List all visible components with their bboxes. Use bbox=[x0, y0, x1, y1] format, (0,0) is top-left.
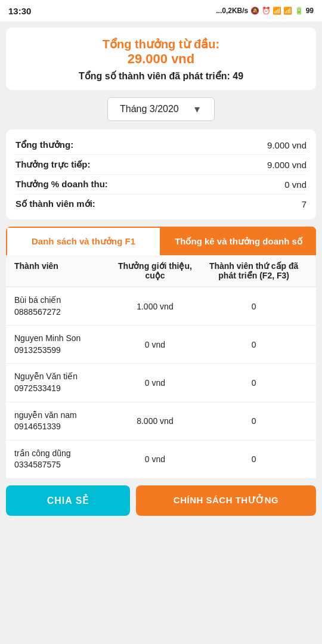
month-selector-wrap: Tháng 3/2020 ▾ bbox=[6, 97, 316, 121]
tab-sales-stats[interactable]: Thống kê và thưởng doanh số bbox=[161, 227, 316, 255]
stats-label-3: Số thành viên mới: bbox=[16, 199, 95, 209]
stats-value-2: 0 vnd bbox=[284, 179, 306, 190]
cell-member-3: nguyễn văn nam0914651339 bbox=[14, 410, 110, 433]
tab-f1-list[interactable]: Danh sách và thưởng F1 bbox=[6, 227, 161, 255]
summary-card: Tổng thưởng từ đầu: 29.000 vnd Tổng số t… bbox=[6, 27, 316, 90]
members-table: Thành viên Thưởng giới thiệu, cuộc Thành… bbox=[6, 255, 316, 478]
stats-label-1: Thưởng trực tiếp: bbox=[16, 159, 90, 170]
stats-label-2: Thưởng % doanh thu: bbox=[16, 179, 108, 190]
cell-reward-3: 8.000 vnd bbox=[110, 416, 200, 426]
stats-value-0: 9.000 vnd bbox=[267, 140, 306, 150]
table-header: Thành viên Thưởng giới thiệu, cuộc Thành… bbox=[6, 255, 316, 287]
cell-tier-2: 0 bbox=[200, 378, 308, 388]
tabs: Danh sách và thưởng F1 Thống kê và thưởn… bbox=[6, 227, 316, 255]
table-row: Nguyễn Văn tiến0972533419 0 vnd 0 bbox=[6, 364, 316, 402]
cell-tier-4: 0 bbox=[200, 454, 308, 464]
stats-value-1: 9.000 vnd bbox=[267, 160, 306, 170]
stats-row-3: Số thành viên mới: 7 bbox=[16, 194, 306, 213]
stats-card: Tổng thưởng: 9.000 vnd Thưởng trực tiếp:… bbox=[6, 129, 316, 219]
main-content: Tổng thưởng từ đầu: 29.000 vnd Tổng số t… bbox=[0, 21, 322, 478]
summary-amount: 29.000 vnd bbox=[16, 51, 306, 67]
table-row: trần công dũng0334587575 0 vnd 0 bbox=[6, 441, 316, 478]
cell-reward-2: 0 vnd bbox=[110, 378, 200, 388]
cell-member-0: Bùi bá chiến0888567272 bbox=[14, 295, 110, 318]
table-row: nguyễn văn nam0914651339 8.000 vnd 0 bbox=[6, 402, 316, 441]
stats-label-0: Tổng thưởng: bbox=[16, 140, 73, 150]
cell-reward-1: 0 vnd bbox=[110, 340, 200, 349]
bottom-buttons: CHIA SẺ CHÍNH SÁCH THƯỞNG bbox=[0, 478, 322, 524]
stats-row-0: Tổng thưởng: 9.000 vnd bbox=[16, 135, 306, 155]
cell-tier-1: 0 bbox=[200, 340, 308, 349]
col-header-reward: Thưởng giới thiệu, cuộc bbox=[110, 261, 200, 280]
summary-members: Tổng số thành viên đã phát triển: 49 bbox=[16, 70, 306, 82]
table-row: Bùi bá chiến0888567272 1.000 vnd 0 bbox=[6, 287, 316, 326]
stats-value-3: 7 bbox=[302, 199, 306, 209]
col-header-tier: Thành viên thứ cấp đã phát triển (F2, F3… bbox=[200, 261, 308, 280]
table-row: Nguyen Minh Son0913253599 0 vnd 0 bbox=[6, 326, 316, 364]
cell-tier-0: 0 bbox=[200, 302, 308, 311]
cell-member-4: trần công dũng0334587575 bbox=[14, 448, 110, 471]
col-header-member: Thành viên bbox=[14, 261, 110, 280]
status-bar: 13:30 ...0,2KB/s 🔕 ⏰ 📶 📶 🔋 99 bbox=[0, 0, 322, 21]
summary-title: Tổng thưởng từ đầu: bbox=[16, 37, 306, 51]
cell-member-1: Nguyen Minh Son0913253599 bbox=[14, 333, 110, 356]
battery-level: 99 bbox=[306, 7, 314, 15]
month-selector[interactable]: Tháng 3/2020 ▾ bbox=[107, 97, 215, 121]
status-icons: ...0,2KB/s 🔕 ⏰ 📶 📶 🔋 99 bbox=[216, 7, 314, 15]
cell-reward-4: 0 vnd bbox=[110, 454, 200, 464]
status-time: 13:30 bbox=[8, 6, 31, 16]
chevron-down-icon: ▾ bbox=[194, 103, 200, 116]
stats-row-1: Thưởng trực tiếp: 9.000 vnd bbox=[16, 155, 306, 175]
cell-reward-0: 1.000 vnd bbox=[110, 302, 200, 311]
status-icons-group: 🔕 ⏰ 📶 📶 🔋 bbox=[250, 7, 303, 15]
stats-row-2: Thưởng % doanh thu: 0 vnd bbox=[16, 175, 306, 194]
policy-button[interactable]: CHÍNH SÁCH THƯỞNG bbox=[136, 485, 316, 516]
cell-tier-3: 0 bbox=[200, 416, 308, 426]
network-speed: ...0,2KB/s bbox=[216, 7, 248, 15]
share-button[interactable]: CHIA SẺ bbox=[6, 485, 130, 516]
cell-member-2: Nguyễn Văn tiến0972533419 bbox=[14, 371, 110, 394]
month-value: Tháng 3/2020 bbox=[120, 104, 179, 114]
